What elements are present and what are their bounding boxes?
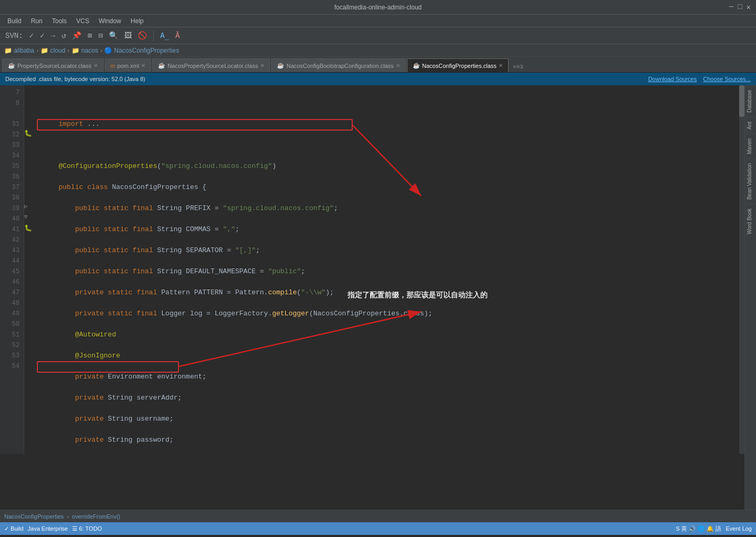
tab-nacos-bootstrap[interactable]: ☕ NacosConfigBootstrapConfiguration.clas… [271,58,406,72]
menu-vcs[interactable]: VCS [72,16,94,26]
window-controls[interactable]: ─ □ ✕ [729,3,751,12]
ln-39: 39 [2,203,19,214]
gutter-blank [24,108,37,119]
sidebar-tab-maven[interactable]: Maven [745,134,756,158]
decompiled-info: Decompiled .class file, bytecode version… [5,76,145,82]
tab-close-0[interactable]: ✕ [94,63,98,68]
code-line-31: @ConfigurationProperties("spring.cloud.n… [42,161,739,172]
toolbar-check2[interactable]: ✓ [38,30,46,41]
toolbar-refresh[interactable]: ↺ [59,30,68,41]
code-area[interactable]: 7 8 31 32 33 34 35 36 37 38 39 40 41 42 … [0,85,744,454]
sidebar-tab-bean-validation[interactable]: Bean Validation [745,158,756,204]
ln-48: 48 [2,298,19,309]
maximize-button[interactable]: □ [738,3,742,12]
tab-label-1: pom.xml [117,63,140,69]
gutter-37 [24,182,37,193]
menu-run[interactable]: Run [27,16,47,26]
code-line-44: private String password; [42,435,739,445]
status-build[interactable]: ✓ Build [4,525,24,532]
tab-label-0: PropertySourceLocator.class [17,63,92,69]
gutter-47 [24,287,37,298]
tab-icon-4: ☕ [413,62,420,69]
close-button[interactable]: ✕ [747,3,751,12]
tab-label-4: NacosConfigProperties.class [422,63,496,69]
menu-bar: Build Run Tools VCS Window Help [0,15,756,27]
minimize-button[interactable]: ─ [729,3,733,12]
tab-nacos-config-properties[interactable]: ☕ NacosConfigProperties.class ✕ [407,58,509,72]
tab-close-1[interactable]: ✕ [141,63,145,68]
sidebar-tab-database[interactable]: Database [745,85,756,117]
toolbar-img[interactable]: 🖼 [122,31,134,41]
tab-close-4[interactable]: ✕ [499,63,503,68]
tab-nacos-property[interactable]: ☕ NacosPropertySourceLocator.class ✕ [152,58,270,72]
gutter-39-fold: ▷ [24,203,37,214]
toolbar-check1[interactable]: ✓ [27,30,36,41]
gutter-49 [24,309,37,319]
menu-window[interactable]: Window [94,16,125,26]
status-ime-icons: S 英 🔊 🌐 🔔 語 [676,525,722,533]
toolbar-grid[interactable]: ⊞ [85,30,94,41]
gutter-41-icon: 🐛 [24,224,37,235]
gutter-43 [24,245,37,256]
choose-sources-link[interactable]: Choose Sources... [703,76,751,82]
tab-pom-xml[interactable]: m pom.xml ✕ [105,58,152,72]
status-todo[interactable]: ☰ 6: TODO [72,525,102,532]
tab-close-2[interactable]: ✕ [260,63,264,68]
menu-help[interactable]: Help [126,16,148,26]
toolbar-svn-label: SVN: [3,31,25,41]
toolbar-text-a2[interactable]: Ā [173,31,182,41]
code-line-40: @JsonIgnore [42,351,739,361]
breadcrumb-alibaba[interactable]: 📁 alibaba [4,47,34,54]
gutter-53 [24,351,37,361]
gutter-42 [24,235,37,245]
right-sidebar: Database Ant Maven Bean Validation Word … [744,85,756,510]
sidebar-tab-ant[interactable]: Ant [745,117,756,134]
code-line-41: private Environment environment; [42,372,739,382]
tab-icon-0: ☕ [8,62,15,69]
main-area: 7 8 31 32 33 34 35 36 37 38 39 40 41 42 … [0,85,756,510]
gutter-34 [24,151,37,161]
tab-label-2: NacosPropertySourceLocator.class [167,63,258,69]
toolbar-search[interactable]: 🔍 [107,30,120,41]
tab-close-3[interactable]: ✕ [396,63,400,68]
toolbar-pin[interactable]: 📌 [70,30,83,41]
ln-44: 44 [2,256,19,266]
toolbar-text-a1[interactable]: A̲ [158,30,171,41]
status-java-enterprise[interactable]: Java Enterprise [28,525,68,532]
code-content[interactable]: import ... @ConfigurationProperties("spr… [37,85,744,454]
tab-icon-1: m [111,63,115,69]
ln-50: 50 [2,319,19,330]
scrollbar-thumb[interactable] [739,85,744,117]
tab-property-source-locator[interactable]: ☕ PropertySourceLocator.class ✕ [2,58,104,72]
status-left: ✓ Build Java Enterprise ☰ 6: TODO [4,525,102,532]
code-line-42: private String serverAddr; [42,393,739,403]
ln-36: 36 [2,172,19,182]
ln-47: 47 [2,287,19,298]
code-line-32: public class NacosConfigProperties { [42,182,739,193]
toolbar-grid2[interactable]: ⊟ [96,30,105,41]
toolbar-ban[interactable]: 🚫 [136,30,149,41]
ln-8: 8 [2,98,19,108]
code-line-8: import ... [42,119,739,130]
breadcrumb-cloud[interactable]: 📁 cloud [41,47,65,54]
more-tabs-indicator[interactable]: »≡3 [510,62,526,72]
ln-34: 34 [2,151,19,161]
sidebar-tab-word-book[interactable]: Word Book [745,204,756,238]
ln-42: 42 [2,235,19,245]
ln-38: 38 [2,193,19,203]
vertical-scrollbar[interactable] [739,85,744,454]
menu-build[interactable]: Build [3,16,26,26]
download-sources-link[interactable]: Download Sources [648,76,697,82]
info-actions: Download Sources Choose Sources... [648,76,751,82]
gutter-38 [24,193,37,203]
code-line-38: private static final Logger log = Logger… [42,309,739,319]
menu-tools[interactable]: Tools [48,16,71,26]
code-scroll: 7 8 31 32 33 34 35 36 37 38 39 40 41 42 … [0,85,744,454]
breadcrumb-nacos[interactable]: 📁 nacos [72,47,98,54]
toolbar-arrow-right[interactable]: → [48,31,57,41]
breadcrumb: 📁 alibaba › 📁 cloud › 📁 nacos › 🔵 NacosC… [0,44,756,57]
breadcrumb-class[interactable]: 🔵 NacosConfigProperties [104,47,179,54]
ln-52: 52 [2,340,19,351]
status-event-log[interactable]: Event Log [725,525,752,532]
status-right: S 英 🔊 🌐 🔔 語 Event Log [676,525,752,533]
